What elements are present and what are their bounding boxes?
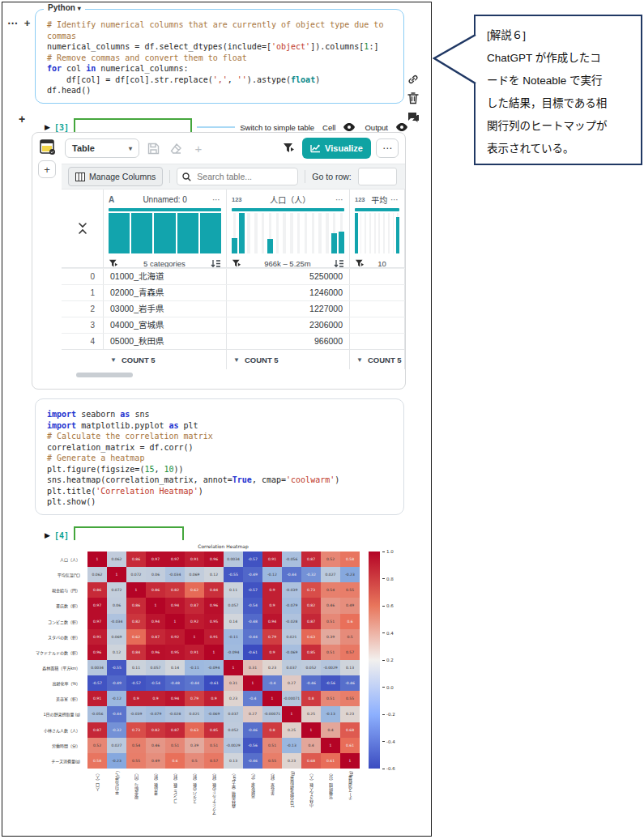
manage-columns-button[interactable]: Manage Columns [68,167,163,186]
column-sort-icon[interactable] [334,259,344,268]
heatmap-cell: 0.87 [87,722,107,738]
table-cell[interactable] [350,317,405,333]
view-type-select[interactable]: Table ▾ [65,138,139,158]
column-aggregate[interactable]: ▼COUNT 5 [227,350,350,369]
table-row[interactable]: 304000_宮城県2306000 [62,317,405,333]
horizontal-scrollbar[interactable] [62,371,405,379]
search-input[interactable] [195,171,288,182]
comment-icon[interactable] [407,112,420,123]
heatmap-cell: -0.32 [107,722,126,738]
screenshot-page: ⋯ + + Python ▾ # Identify numerical colu… [0,0,644,839]
column-name: 人口（人） [245,194,335,206]
heatmap-cell: -0.0029 [224,738,243,753]
switch-simple-table-link[interactable]: Switch to simple table [240,123,314,132]
heatmap-cell: -0.46 [243,722,262,738]
column-aggregate[interactable]: ▼COUNT 5 [104,350,227,369]
table-cell[interactable]: 2306000 [227,317,350,333]
column-histogram[interactable] [109,213,221,253]
heatmap-row-label: スタバの数（軒） [2,629,83,645]
table-cell[interactable] [350,334,405,349]
heatmap-cell: 0.87 [146,629,165,645]
scrollbar-thumb[interactable] [76,373,133,377]
table-cell[interactable]: 02000_青森県 [104,285,227,300]
heatmap-cell: 0.92 [185,614,204,629]
heatmap-cell: 0.5 [340,629,360,645]
column-filter-icon[interactable] [232,259,241,268]
cell-actions[interactable]: ⋯ + [7,17,32,29]
visualize-button[interactable]: Visualize [302,138,371,159]
add-cell-icon[interactable]: + [24,17,32,29]
dataframe-view-icon[interactable] [40,139,56,155]
heatmap-cell: 0.52 [87,738,107,753]
column-filter-icon[interactable] [109,259,118,268]
aggregate-caret-icon[interactable]: ▼ [356,356,363,364]
column-histogram[interactable] [355,213,399,253]
figure-title: Correlation Heatmap [87,543,359,549]
save-view-icon[interactable] [144,139,162,157]
column-menu-icon[interactable]: ⋯ [335,195,344,204]
table-cell[interactable]: 01000_北海道 [104,269,227,284]
filter-icon[interactable] [279,139,297,157]
heatmap-cell: 0.85 [301,645,321,660]
table-row[interactable]: 102000_青森県1246000 [62,284,405,300]
goto-row-input[interactable] [358,168,397,185]
cell-visibility-eye-icon[interactable] [343,123,355,131]
heatmap-cell: -0.00071 [282,691,301,706]
heatmap-cell: 0.11 [224,582,243,598]
code-cell-2[interactable]: import seaborn as snsimport matplotlib.p… [35,398,404,515]
code-line: plt.title('Correlation Heatmap') [47,486,392,497]
column-menu-icon[interactable]: ⋯ [212,195,221,204]
code-cell-1[interactable]: Python ▾ # Identify numerical columns th… [35,9,404,104]
heatmap-cell: 0.037 [282,660,301,675]
table-cell[interactable]: 1227000 [227,301,350,317]
heatmap-cell: 0.31 [224,675,243,691]
column-sort-icon[interactable] [211,259,221,268]
heatmap-cell: 1 [146,598,165,613]
run-cell-icon[interactable]: ▶ [45,531,50,539]
table-search[interactable] [177,168,298,185]
trash-icon[interactable] [407,92,420,104]
table-cell[interactable]: 03000_岩手県 [104,301,227,317]
table-row[interactable]: 203000_岩手県1227000 [62,300,405,317]
table-row[interactable]: 405000_秋田県966000 [62,333,405,349]
aggregate-caret-icon[interactable]: ▼ [110,356,117,364]
table-cell[interactable]: 1246000 [227,285,350,300]
table-cell[interactable]: 966000 [227,334,350,349]
code-editor-1[interactable]: # Identify numerical columns that are cu… [36,10,403,103]
add-cell-below-button[interactable]: + [19,113,25,126]
table-row[interactable]: 001000_北海道5250000 [62,268,405,284]
cell-language-selector[interactable]: Python ▾ [44,3,85,12]
add-output-view-button[interactable]: + [38,160,56,178]
column-header[interactable]: AUnnamed: 0⋯5 categories [104,190,227,267]
table-more-menu[interactable]: ⋯ [376,138,399,158]
dots-menu-icon[interactable]: ⋯ [7,17,19,29]
column-aggregate[interactable]: ▼COUNT 5 [350,350,405,369]
table-cell[interactable]: 5250000 [227,269,350,284]
table-cell[interactable] [350,269,405,284]
column-histogram[interactable] [232,213,344,253]
column-name: 平均 [369,194,390,206]
heatmap-cell: 0.13 [224,753,243,769]
link-icon[interactable] [407,74,420,85]
column-filter-icon[interactable] [355,259,365,268]
column-menu-icon[interactable]: ⋯ [390,195,399,204]
run-cell-icon[interactable]: ▶ [45,123,50,131]
heatmap-cell: 0.06 [146,567,165,582]
heatmap-row-label: チーズ消費量(g) [2,753,83,769]
heatmap-row-label: 1日の野菜摂取量 (g) [2,706,83,722]
eraser-icon[interactable] [167,139,185,157]
table-cell[interactable]: 05000_秋田県 [104,334,227,349]
output-visibility-eye-icon[interactable] [396,123,407,131]
column-header[interactable]: 123人口（人）⋯966k – 5.25m [227,190,350,267]
add-view-icon[interactable]: + [190,139,207,157]
table-cell[interactable]: 04000_宮城県 [104,317,227,333]
column-header[interactable]: 123平均⋯10 [350,190,405,267]
table-cell[interactable] [350,301,405,317]
table-cell[interactable] [350,285,405,300]
aggregate-caret-icon[interactable]: ▼ [233,356,240,364]
chart-icon [310,144,321,153]
type-string-icon: A [109,195,114,204]
heatmap-row-label: マクドナルドの数（軒） [2,645,83,660]
collapse-summary-control[interactable] [62,190,104,267]
code-editor-2[interactable]: import seaborn as snsimport matplotlib.p… [36,399,403,514]
